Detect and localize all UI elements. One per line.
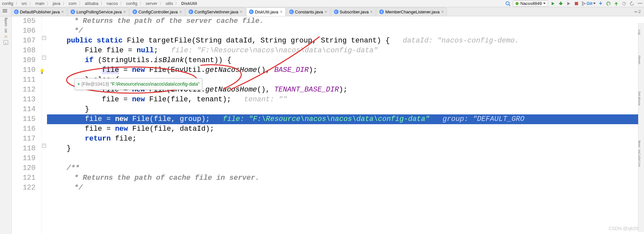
run-config-selector[interactable]: Nacos8849 <box>513 1 548 7</box>
code-line: public static File targetFile(String dat… <box>47 36 644 46</box>
code-line: 💡file = new File(EnvUtil.getNacosHome(),… <box>47 65 644 75</box>
tw-log[interactable]: Log <box>634 29 644 35</box>
watermark: CSDN @xjk201 <box>609 224 641 233</box>
tab-label: ConfigController.java <box>138 9 178 14</box>
tw-database[interactable]: Database <box>634 92 644 106</box>
line-number[interactable]: 121 <box>12 173 36 183</box>
crumb-com[interactable]: com <box>68 1 77 6</box>
run-button[interactable] <box>550 1 556 7</box>
line-number[interactable]: 108 <box>12 46 36 56</box>
code-area[interactable]: * Returns the path of the server cache f… <box>47 16 644 234</box>
left-rail-src[interactable]: src <box>4 28 8 33</box>
tab-label: DefaultPublisher.java <box>20 9 60 14</box>
expand-icon[interactable]: + <box>77 79 80 89</box>
close-icon[interactable]: ✕ <box>441 10 444 14</box>
tab-label: ConfigServletInner.java <box>195 9 238 14</box>
fold-toggle-icon[interactable]: − <box>42 36 46 40</box>
close-icon[interactable]: ✕ <box>179 10 182 14</box>
crumb-nacos[interactable]: nacos <box>106 1 119 6</box>
line-number[interactable]: 118 <box>12 144 36 154</box>
close-icon[interactable]: ✕ <box>324 10 327 14</box>
svg-point-4 <box>559 2 562 5</box>
tab-subscriber[interactable]: CSubscriber.java✕ <box>331 8 376 16</box>
close-icon[interactable]: ✕ <box>280 10 283 14</box>
push-icon[interactable] <box>613 1 619 7</box>
chevron-right-icon: 〉 <box>101 1 105 7</box>
line-number[interactable]: 120 <box>12 163 36 173</box>
crumb-utils[interactable]: utils <box>165 1 174 6</box>
debug-value-tooltip[interactable]: + {File@10413} "F:\Resource\nacos\nacos\… <box>74 78 202 90</box>
hide-toolbar-icon[interactable]: — <box>637 0 643 6</box>
gutter[interactable]: 105 106 107 108 109 110 111 112 113 114 … <box>12 16 42 234</box>
run-with-coverage-button[interactable] <box>566 1 572 7</box>
chevron-right-icon: 〉 <box>159 1 164 7</box>
svg-point-10 <box>582 2 583 3</box>
crumb-java[interactable]: java <box>52 1 61 6</box>
close-icon[interactable]: ✕ <box>240 10 243 14</box>
debug-button[interactable] <box>558 1 564 7</box>
vcs-branch-widget[interactable]: Git <box>581 1 596 6</box>
chevron-right-icon: 〉 <box>175 1 179 7</box>
line-number[interactable]: 116 <box>12 124 36 134</box>
history-icon[interactable] <box>621 1 627 7</box>
svg-marker-13 <box>609 4 611 5</box>
tab-long-polling[interactable]: CLongPollingService.java✕ <box>68 8 129 16</box>
line-number[interactable]: 114 <box>12 105 36 114</box>
tab-disk-util[interactable]: CDiskUtil.java✕ <box>246 8 286 16</box>
line-number[interactable]: 113 <box>12 95 36 105</box>
navigation-bar: config〉 src〉 main〉 java〉 com〉 alibaba〉 n… <box>0 0 644 7</box>
commit-icon[interactable] <box>605 1 611 7</box>
code-editor[interactable]: 105 106 107 108 109 110 111 112 113 114 … <box>12 16 644 234</box>
line-number[interactable]: 109 <box>12 56 36 65</box>
line-number[interactable]: 115 <box>12 114 36 124</box>
tab-member-change-listener[interactable]: CMemberChangeListener.java✕ <box>376 8 447 16</box>
code-line: file = new File(file, dataId); <box>47 124 644 134</box>
crumb-src[interactable]: src <box>21 1 28 6</box>
fold-toggle-icon[interactable]: − <box>42 56 46 59</box>
line-number[interactable]: 119 <box>12 154 36 163</box>
crumb-config[interactable]: config <box>1 1 14 6</box>
close-icon[interactable]: ✕ <box>370 10 373 14</box>
code-line: file = new File(file, tenant); tenant: "… <box>47 95 644 105</box>
java-class-icon: C <box>133 9 137 14</box>
tab-config-controller[interactable]: CConfigController.java✕ <box>130 8 185 16</box>
tw-maven[interactable]: Maven <box>634 56 644 64</box>
tab-overflow-indicator[interactable]: ▾≡2 <box>635 9 641 14</box>
stop-button[interactable] <box>573 1 579 7</box>
close-icon[interactable]: ✕ <box>61 10 64 14</box>
line-number[interactable]: 110 <box>12 65 36 75</box>
folder-icon[interactable]: 🗀 <box>4 35 8 38</box>
code-line: */ <box>47 183 644 193</box>
search-icon[interactable] <box>505 1 511 7</box>
crumb-class[interactable]: DiskUtil <box>181 1 197 6</box>
left-rail-config[interactable]: config <box>4 18 8 26</box>
show-tabs-menu-icon[interactable] <box>3 9 7 12</box>
line-number[interactable]: 122 <box>12 183 36 193</box>
line-number[interactable]: 105 <box>12 16 36 26</box>
crumb-alibaba[interactable]: alibaba <box>84 1 99 6</box>
tab-label: LongPollingService.java <box>76 9 122 14</box>
crumb-config2[interactable]: config <box>125 1 138 6</box>
rollback-icon[interactable] <box>629 1 635 7</box>
close-icon[interactable]: ✕ <box>123 10 126 14</box>
tw-bean-validation[interactable]: Bean Validation <box>634 141 644 167</box>
update-project-icon[interactable] <box>598 1 604 7</box>
fold-toggle-icon[interactable]: − <box>42 144 46 148</box>
code-line: * Returns the path of cache file in serv… <box>47 173 644 183</box>
svg-marker-15 <box>631 1 633 3</box>
line-number[interactable]: 111 <box>12 75 36 85</box>
tab-default-publisher[interactable]: CDefaultPublisher.java✕ <box>11 8 67 16</box>
crumb-main[interactable]: main <box>35 1 45 6</box>
intention-bulb-icon[interactable]: 💡 <box>39 67 45 76</box>
tab-config-servlet-inner[interactable]: CConfigServletInner.java✕ <box>186 8 245 16</box>
line-number[interactable]: 117 <box>12 134 36 144</box>
line-number[interactable]: 106 <box>12 26 36 36</box>
workspace: config src 🗀 ⌄ 105 106 107 108 109 110 1… <box>0 16 644 234</box>
collapse-icon[interactable]: ⌄ <box>4 40 8 45</box>
line-number[interactable]: 112 <box>12 85 36 95</box>
tab-constants[interactable]: CConstants.java✕ <box>286 8 330 16</box>
line-number[interactable]: 107 <box>12 36 36 46</box>
svg-point-11 <box>582 4 583 6</box>
left-tool-stripe: config src 🗀 ⌄ <box>0 16 12 234</box>
crumb-server[interactable]: server <box>145 1 158 6</box>
